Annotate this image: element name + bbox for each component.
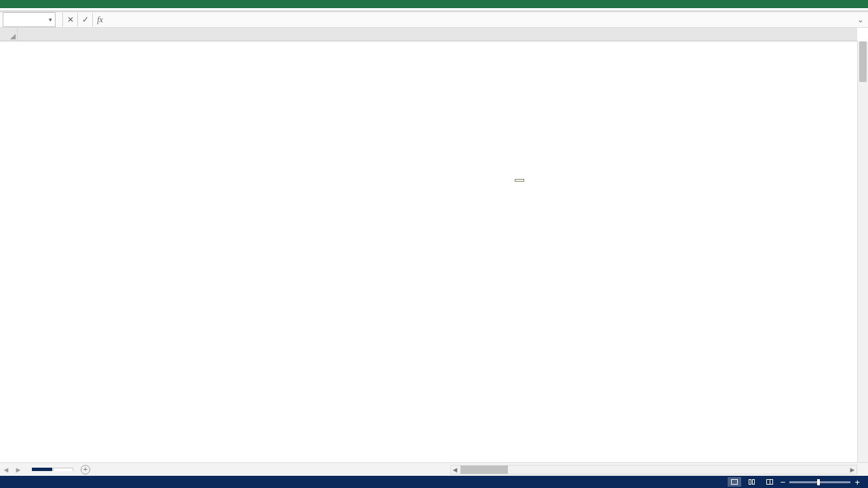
- select-all-button[interactable]: [0, 28, 18, 41]
- tab-nav-next-icon[interactable]: ►: [12, 466, 24, 474]
- function-tooltip: [515, 179, 524, 182]
- new-sheet-button[interactable]: +: [74, 465, 97, 474]
- vertical-scrollbar[interactable]: [857, 41, 868, 476]
- page-break-view-button[interactable]: [763, 477, 776, 487]
- name-box[interactable]: ▾: [3, 12, 56, 27]
- worksheet-area: [0, 28, 868, 476]
- zoom-out-button[interactable]: −: [781, 477, 786, 487]
- zoom-in-button[interactable]: +: [854, 477, 860, 487]
- sheet-tab-active[interactable]: [32, 468, 52, 471]
- status-bar: − +: [0, 476, 868, 488]
- sheet-tab-bar: ◄ ► + ◄►: [0, 462, 868, 476]
- horizontal-scrollbar[interactable]: ◄►: [450, 465, 857, 474]
- page-layout-view-button[interactable]: [745, 477, 759, 487]
- commit-edit-button[interactable]: ✓: [77, 13, 92, 26]
- cancel-edit-button[interactable]: ✕: [62, 13, 77, 26]
- normal-view-button[interactable]: [728, 477, 741, 487]
- tab-nav-prev-icon[interactable]: ◄: [0, 466, 12, 474]
- name-box-input[interactable]: [7, 15, 43, 24]
- zoom-slider[interactable]: [789, 481, 850, 483]
- formula-bar-expand-icon[interactable]: ⌄: [853, 15, 868, 24]
- title-bar: [0, 0, 868, 8]
- name-box-dropdown-icon[interactable]: ▾: [46, 16, 55, 23]
- insert-function-button[interactable]: fx: [92, 13, 107, 26]
- formula-bar: ▾ ✕ ✓ fx ⌄: [0, 12, 868, 28]
- grid[interactable]: [18, 41, 857, 476]
- sheet-tab[interactable]: [53, 468, 73, 471]
- column-headers[interactable]: [18, 28, 857, 41]
